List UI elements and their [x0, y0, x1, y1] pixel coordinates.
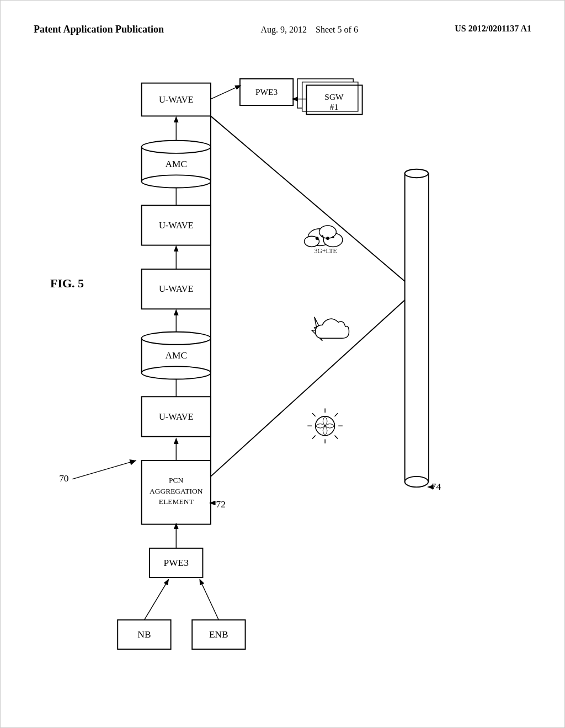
- uwave2-label: U-WAVE: [159, 283, 193, 294]
- svg-line-34: [312, 436, 316, 439]
- publication-title: Patent Application Publication: [34, 23, 164, 36]
- sheet-info: Sheet 5 of 6: [316, 25, 358, 34]
- antenna-bottom: [405, 477, 428, 487]
- nb-label: NB: [137, 629, 151, 640]
- svg-point-23: [326, 237, 329, 240]
- ref-74-label: 74: [431, 481, 441, 492]
- pcn-aggregation-label: PCN: [169, 476, 183, 484]
- svg-line-2: [144, 580, 168, 620]
- sun-shape: [307, 408, 343, 443]
- svg-marker-1: [129, 459, 136, 465]
- page-container: Patent Application Publication Aug. 9, 2…: [0, 0, 565, 728]
- amc1-bottom: [142, 366, 211, 379]
- svg-line-12: [211, 85, 240, 99]
- pcn-aggregation-label2: AGGREGATION: [150, 487, 203, 495]
- uwave4-label: U-WAVE: [159, 94, 193, 105]
- antenna-body: [405, 173, 429, 481]
- antenna-top: [405, 169, 428, 178]
- page-header: Patent Application Publication Aug. 9, 2…: [1, 23, 564, 37]
- header-center: Aug. 9, 2012 Sheet 5 of 6: [260, 23, 358, 37]
- diagram-area: FIG. 5 70 NB ENB PWE3 PCN AGGREG: [34, 78, 531, 694]
- pcn-aggregation-label3: ELEMENT: [159, 497, 194, 506]
- pwe3-bottom-label: PWE3: [164, 558, 189, 568]
- svg-line-31: [312, 413, 316, 416]
- figure-label: FIG. 5: [50, 276, 84, 291]
- svg-line-3: [200, 580, 219, 620]
- svg-point-21: [316, 237, 319, 240]
- amc2-bottom: [142, 175, 211, 188]
- svg-line-0: [72, 461, 136, 479]
- uwave3-label: U-WAVE: [159, 220, 193, 231]
- patent-number: US 2012/0201137 A1: [455, 23, 531, 35]
- publication-date: Aug. 9, 2012: [260, 25, 307, 34]
- amc2-top: [142, 141, 211, 153]
- ref-70-label: 70: [59, 473, 68, 484]
- ref-72-label: 72: [216, 499, 226, 510]
- sgw-label2: #1: [330, 102, 338, 111]
- cone-shape: [211, 116, 415, 476]
- cloud-top: 3G+LTE: [305, 226, 343, 255]
- svg-point-22: [321, 235, 323, 237]
- svg-text:3G+LTE: 3G+LTE: [315, 248, 337, 255]
- enb-label: ENB: [209, 629, 228, 640]
- svg-line-32: [334, 436, 338, 439]
- cloud-middle: [312, 317, 349, 341]
- amc2-label: AMC: [165, 159, 186, 169]
- sgw-label1: SGW: [324, 92, 344, 101]
- amc1-top: [142, 332, 211, 345]
- svg-line-33: [334, 413, 338, 416]
- amc1-label: AMC: [165, 350, 186, 361]
- pwe3-top-label: PWE3: [255, 87, 278, 97]
- main-diagram: 70 NB ENB PWE3 PCN AGGREGATION ELEMENT: [34, 78, 531, 694]
- uwave1-label: U-WAVE: [159, 411, 193, 422]
- svg-point-24: [332, 236, 334, 238]
